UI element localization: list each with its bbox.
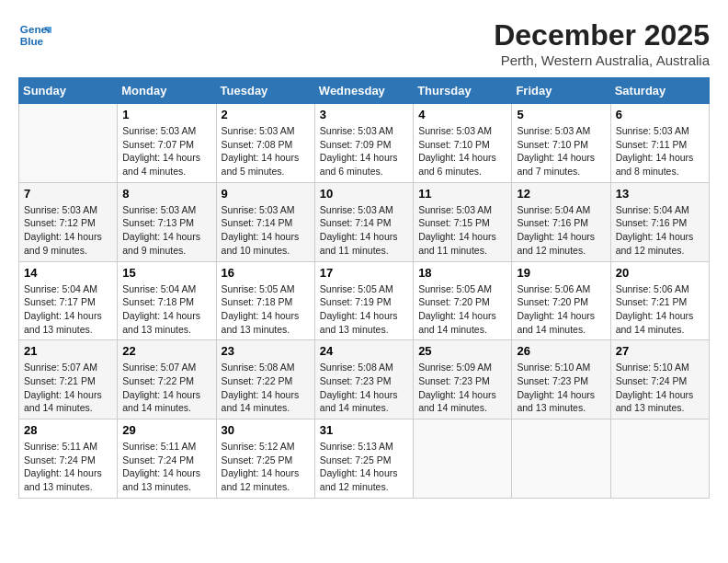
day-number: 3 [320,108,408,121]
day-info: Sunrise: 5:03 AMSunset: 7:09 PMDaylight:… [320,124,408,178]
calendar-cell: 27Sunrise: 5:10 AMSunset: 7:24 PMDayligh… [610,340,709,419]
title-block: December 2025 Perth, Western Australia, … [494,18,710,68]
logo-icon: General Blue [18,18,51,52]
day-number: 24 [320,344,408,358]
calendar-week-1: 1Sunrise: 5:03 AMSunset: 7:07 PMDaylight… [19,104,710,183]
calendar-cell: 21Sunrise: 5:07 AMSunset: 7:21 PMDayligh… [19,340,118,419]
day-number: 9 [222,187,310,201]
day-info: Sunrise: 5:11 AMSunset: 7:24 PMDaylight:… [24,440,112,494]
calendar-cell: 18Sunrise: 5:05 AMSunset: 7:20 PMDayligh… [414,261,512,340]
calendar-cell: 22Sunrise: 5:07 AMSunset: 7:22 PMDayligh… [118,340,216,419]
day-header-wednesday: Wednesday [314,78,413,104]
day-number: 30 [222,423,310,437]
day-header-friday: Friday [512,78,610,104]
calendar-cell [414,419,512,499]
logo: General Blue [18,18,51,52]
calendar-cell [610,419,709,499]
day-number: 25 [418,344,506,358]
day-number: 16 [222,266,310,280]
day-info: Sunrise: 5:03 AMSunset: 7:11 PMDaylight:… [616,124,704,178]
calendar-week-3: 14Sunrise: 5:04 AMSunset: 7:17 PMDayligh… [19,261,710,340]
calendar-cell: 23Sunrise: 5:08 AMSunset: 7:22 PMDayligh… [216,340,314,419]
calendar-week-2: 7Sunrise: 5:03 AMSunset: 7:12 PMDaylight… [19,182,710,261]
day-info: Sunrise: 5:03 AMSunset: 7:10 PMDaylight:… [418,124,506,178]
day-number: 1 [122,108,210,121]
day-info: Sunrise: 5:05 AMSunset: 7:20 PMDaylight:… [418,282,506,337]
day-number: 12 [517,187,605,201]
day-number: 28 [24,423,112,437]
calendar-cell: 2Sunrise: 5:03 AMSunset: 7:08 PMDaylight… [216,104,314,183]
day-info: Sunrise: 5:04 AMSunset: 7:18 PMDaylight:… [122,282,210,337]
day-info: Sunrise: 5:05 AMSunset: 7:19 PMDaylight:… [320,282,408,337]
day-number: 22 [122,344,210,358]
day-info: Sunrise: 5:03 AMSunset: 7:12 PMDaylight:… [24,203,112,258]
day-info: Sunrise: 5:03 AMSunset: 7:15 PMDaylight:… [418,203,506,258]
day-number: 2 [222,108,310,121]
calendar-cell: 28Sunrise: 5:11 AMSunset: 7:24 PMDayligh… [19,419,118,499]
day-number: 7 [24,187,112,201]
day-info: Sunrise: 5:07 AMSunset: 7:22 PMDaylight:… [122,361,210,415]
day-number: 15 [122,266,210,280]
day-number: 21 [24,344,112,358]
day-info: Sunrise: 5:10 AMSunset: 7:24 PMDaylight:… [616,361,704,415]
day-info: Sunrise: 5:08 AMSunset: 7:22 PMDaylight:… [222,361,310,415]
day-info: Sunrise: 5:04 AMSunset: 7:16 PMDaylight:… [616,203,704,258]
day-info: Sunrise: 5:04 AMSunset: 7:16 PMDaylight:… [517,203,605,258]
day-number: 10 [320,187,408,201]
day-info: Sunrise: 5:06 AMSunset: 7:21 PMDaylight:… [616,282,704,337]
day-number: 5 [517,108,605,121]
calendar-cell [19,104,118,183]
day-header-saturday: Saturday [610,78,709,104]
day-number: 11 [418,187,506,201]
day-header-monday: Monday [118,78,216,104]
month-title: December 2025 [494,18,710,52]
calendar-cell: 29Sunrise: 5:11 AMSunset: 7:24 PMDayligh… [118,419,216,499]
day-number: 17 [320,266,408,280]
calendar-cell: 7Sunrise: 5:03 AMSunset: 7:12 PMDaylight… [19,182,118,261]
calendar-cell: 26Sunrise: 5:10 AMSunset: 7:23 PMDayligh… [512,340,610,419]
calendar-cell: 10Sunrise: 5:03 AMSunset: 7:14 PMDayligh… [314,182,413,261]
day-number: 13 [616,187,704,201]
day-info: Sunrise: 5:04 AMSunset: 7:17 PMDaylight:… [24,282,112,337]
calendar-cell: 9Sunrise: 5:03 AMSunset: 7:14 PMDaylight… [216,182,314,261]
day-info: Sunrise: 5:03 AMSunset: 7:10 PMDaylight:… [517,124,605,178]
day-info: Sunrise: 5:09 AMSunset: 7:23 PMDaylight:… [418,361,506,415]
calendar-cell: 24Sunrise: 5:08 AMSunset: 7:23 PMDayligh… [314,340,413,419]
day-info: Sunrise: 5:03 AMSunset: 7:07 PMDaylight:… [122,124,210,178]
day-number: 18 [418,266,506,280]
day-info: Sunrise: 5:03 AMSunset: 7:14 PMDaylight:… [320,203,408,258]
calendar-cell: 19Sunrise: 5:06 AMSunset: 7:20 PMDayligh… [512,261,610,340]
day-info: Sunrise: 5:10 AMSunset: 7:23 PMDaylight:… [517,361,605,415]
day-info: Sunrise: 5:11 AMSunset: 7:24 PMDaylight:… [122,440,210,494]
calendar-cell: 14Sunrise: 5:04 AMSunset: 7:17 PMDayligh… [19,261,118,340]
calendar-week-4: 21Sunrise: 5:07 AMSunset: 7:21 PMDayligh… [19,340,710,419]
calendar-cell: 20Sunrise: 5:06 AMSunset: 7:21 PMDayligh… [610,261,709,340]
calendar-cell: 13Sunrise: 5:04 AMSunset: 7:16 PMDayligh… [610,182,709,261]
calendar-cell: 6Sunrise: 5:03 AMSunset: 7:11 PMDaylight… [610,104,709,183]
day-info: Sunrise: 5:03 AMSunset: 7:13 PMDaylight:… [122,203,210,258]
days-header-row: SundayMondayTuesdayWednesdayThursdayFrid… [19,78,710,104]
day-number: 23 [222,344,310,358]
calendar-cell: 15Sunrise: 5:04 AMSunset: 7:18 PMDayligh… [118,261,216,340]
day-number: 29 [122,423,210,437]
svg-text:Blue: Blue [20,35,44,47]
day-header-tuesday: Tuesday [216,78,314,104]
calendar-cell: 25Sunrise: 5:09 AMSunset: 7:23 PMDayligh… [414,340,512,419]
day-number: 20 [616,266,704,280]
day-info: Sunrise: 5:06 AMSunset: 7:20 PMDaylight:… [517,282,605,337]
calendar-table: SundayMondayTuesdayWednesdayThursdayFrid… [18,77,710,499]
day-number: 27 [616,344,704,358]
calendar-cell: 31Sunrise: 5:13 AMSunset: 7:25 PMDayligh… [314,419,413,499]
calendar-cell: 8Sunrise: 5:03 AMSunset: 7:13 PMDaylight… [118,182,216,261]
calendar-cell: 17Sunrise: 5:05 AMSunset: 7:19 PMDayligh… [314,261,413,340]
day-info: Sunrise: 5:12 AMSunset: 7:25 PMDaylight:… [222,440,310,494]
calendar-week-5: 28Sunrise: 5:11 AMSunset: 7:24 PMDayligh… [19,419,710,499]
calendar-cell: 30Sunrise: 5:12 AMSunset: 7:25 PMDayligh… [216,419,314,499]
day-info: Sunrise: 5:08 AMSunset: 7:23 PMDaylight:… [320,361,408,415]
day-info: Sunrise: 5:13 AMSunset: 7:25 PMDaylight:… [320,440,408,494]
day-number: 14 [24,266,112,280]
day-info: Sunrise: 5:03 AMSunset: 7:14 PMDaylight:… [222,203,310,258]
day-number: 31 [320,423,408,437]
calendar-cell: 5Sunrise: 5:03 AMSunset: 7:10 PMDaylight… [512,104,610,183]
calendar-cell: 12Sunrise: 5:04 AMSunset: 7:16 PMDayligh… [512,182,610,261]
